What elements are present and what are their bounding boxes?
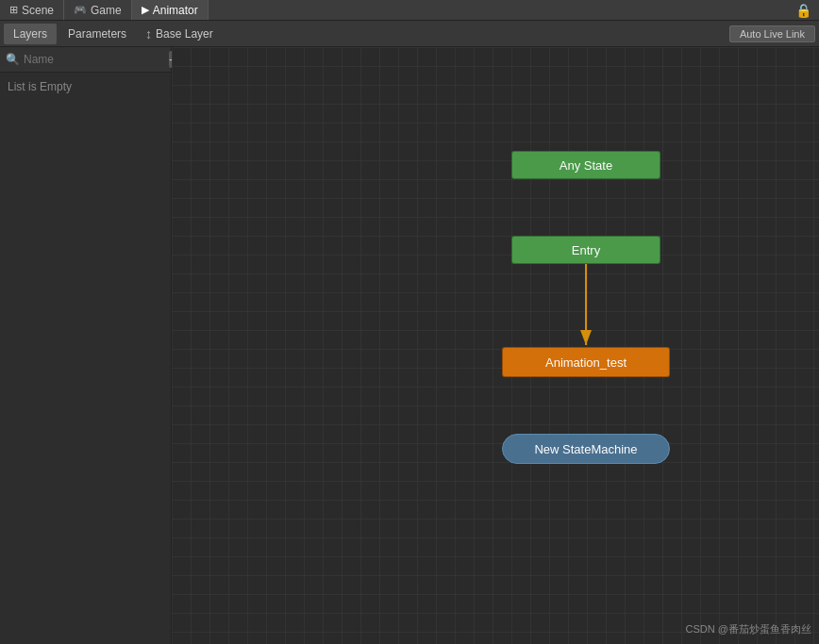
main-content: 🔍 +▾ List is Empty Any State Entry <box>0 47 819 644</box>
sub-tab-parameters-label: Parameters <box>68 27 126 41</box>
any-state-node[interactable]: Any State <box>511 151 660 179</box>
lock-button[interactable]: 🔒 <box>788 3 819 18</box>
sub-tab-layers-label: Layers <box>13 27 47 41</box>
scene-icon: ⊞ <box>9 4 18 16</box>
search-bar: 🔍 +▾ <box>0 47 171 73</box>
animation-state-label: Animation_test <box>545 355 627 370</box>
entry-node[interactable]: Entry <box>511 236 660 264</box>
layer-indicator: ↕ Base Layer <box>145 26 213 41</box>
animator-icon: ▶ <box>142 4 149 16</box>
game-icon: 🎮 <box>74 4 87 16</box>
animation-state-node[interactable]: Animation_test <box>502 347 670 377</box>
empty-list-message: List is Empty <box>0 73 171 101</box>
sub-tab-parameters[interactable]: Parameters <box>58 24 136 44</box>
auto-live-link-button[interactable]: Auto Live Link <box>729 25 815 42</box>
sub-toolbar: Layers Parameters ↕ Base Layer Auto Live… <box>0 21 819 47</box>
any-state-label: Any State <box>560 158 612 173</box>
tab-animator[interactable]: ▶ Animator <box>132 0 209 20</box>
tab-game-label: Game <box>91 4 122 17</box>
search-icon: 🔍 <box>6 53 20 66</box>
watermark: CSDN @番茄炒蛋鱼香肉丝 <box>686 622 811 636</box>
left-panel: 🔍 +▾ List is Empty <box>0 47 172 644</box>
tab-game[interactable]: 🎮 Game <box>64 0 132 20</box>
tab-animator-label: Animator <box>153 4 198 17</box>
search-input[interactable] <box>24 53 165 66</box>
state-machine-label: New StateMachine <box>534 442 637 456</box>
tab-scene-label: Scene <box>22 4 54 17</box>
arrow-container <box>172 47 819 644</box>
sub-tab-layers[interactable]: Layers <box>4 24 57 44</box>
tab-scene[interactable]: ⊞ Scene <box>0 0 64 20</box>
state-machine-node[interactable]: New StateMachine <box>502 434 670 464</box>
tab-bar: ⊞ Scene 🎮 Game ▶ Animator 🔒 <box>0 0 819 21</box>
entry-label: Entry <box>572 243 600 257</box>
animator-canvas[interactable]: Any State Entry Animation_test New State… <box>172 47 819 644</box>
base-layer-label: Base Layer <box>156 27 213 41</box>
layer-icon: ↕ <box>145 26 152 41</box>
